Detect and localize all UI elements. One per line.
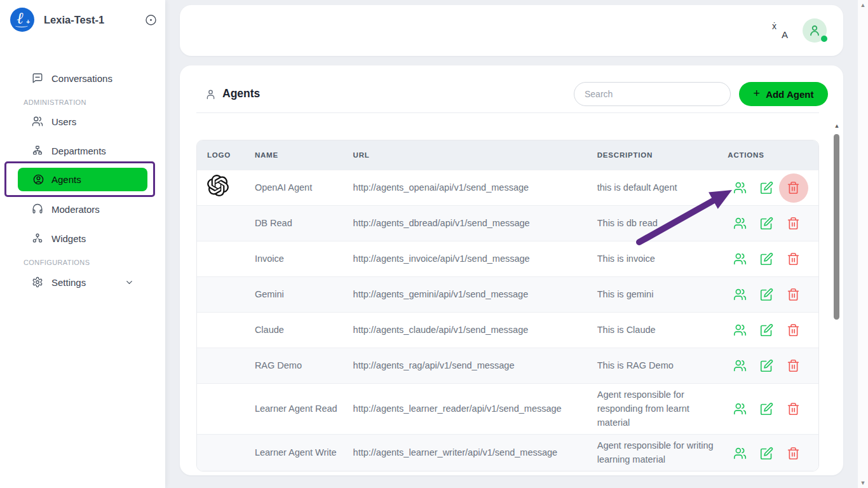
chevron-down-icon[interactable] [125,278,134,287]
table-row: OpenAI Agent http://agents_openai/api/v1… [197,170,818,205]
sidebar-item-agents[interactable]: Agents [18,168,147,191]
delete-agent-button[interactable] [787,252,800,266]
agent-actions-cell [717,355,818,377]
brand: ℓ + Lexia-Test-1 [10,8,158,32]
agent-url-cell: http://agents_gemini/api/v1/send_message [343,283,587,306]
assign-users-icon [733,323,747,337]
edit-icon [760,402,773,416]
assign-users-button[interactable] [733,288,747,301]
column-header-description: DESCRIPTION [587,151,718,159]
sidebar-item-moderators[interactable]: Moderators [0,201,165,217]
assign-users-button[interactable] [733,217,747,230]
brand-logo-wave [15,24,28,27]
gear-icon [32,276,43,288]
page-scroll-up-arrow[interactable]: ▲ [858,2,868,8]
agent-logo-cell [197,248,245,271]
translate-icon[interactable]: ẋ A [772,22,789,39]
delete-agent-button[interactable] [787,359,800,372]
agent-name-cell: Learner Agent Write [245,442,343,464]
sidebar-section-administration: ADMINISTRATION [24,98,86,106]
edit-agent-button[interactable] [760,323,773,337]
assign-users-icon [733,252,747,266]
table-row: Invoice http://agents_invoice/api/v1/sen… [197,241,818,276]
agent-actions-cell [717,442,818,464]
assign-users-button[interactable] [733,359,747,372]
edit-agent-button[interactable] [760,217,773,230]
table-row: Gemini http://agents_gemini/api/v1/send_… [197,276,818,312]
assign-users-icon [733,181,747,194]
edit-agent-button[interactable] [760,288,773,301]
agent-description-cell: this is default Agent [587,177,718,200]
openai-logo [207,175,229,196]
avatar[interactable] [803,18,827,43]
trash-icon [787,181,800,194]
agent-description-cell: This is Claude [587,319,718,342]
brand-logo-icon: ℓ + [10,8,34,32]
agent-description-cell: Agent responsible for responding from le… [587,384,718,434]
delete-agent-button[interactable] [787,288,800,301]
agent-name-cell: DB Read [245,212,343,235]
sidebar-toggle-icon[interactable] [144,13,158,27]
delete-agent-button[interactable] [787,402,800,416]
assign-users-button[interactable] [733,181,747,194]
trash-icon [787,252,800,266]
edit-agent-button[interactable] [760,359,773,372]
agent-name-cell: Invoice [245,248,343,271]
search-input[interactable] [574,82,731,106]
edit-agent-button[interactable] [760,447,773,460]
sidebar-item-settings[interactable]: Settings [0,274,165,290]
delete-agent-button[interactable] [787,323,800,337]
edit-icon [760,288,773,301]
agent-logo-cell [197,442,245,464]
table-body: OpenAI Agent http://agents_openai/api/v1… [197,170,818,471]
assign-users-icon [733,447,747,460]
assign-users-icon [733,359,747,372]
avatar-person-icon [808,24,822,37]
agent-logo-cell [197,212,245,235]
agent-actions-cell [717,212,818,234]
agent-description-cell: This is RAG Demo [587,355,718,377]
delete-agent-button[interactable] [787,217,800,230]
delete-agent-button[interactable] [787,181,800,194]
edit-icon [760,252,773,266]
page-scrollbar[interactable]: ▲ ▼ [858,0,868,488]
agent-name-cell: Learner Agent Read [245,398,343,421]
agent-logo-cell [197,283,245,306]
edit-icon [760,447,773,460]
agent-name-cell: Gemini [245,283,343,306]
sidebar-item-users[interactable]: Users [0,113,165,130]
table-row: Claude http://agents_claude/api/v1/send_… [197,312,818,348]
assign-users-button[interactable] [733,402,747,416]
sidebar-item-label: Settings [51,277,86,288]
agent-description-cell: This is gemini [587,283,718,306]
agent-actions-cell [717,177,818,199]
delete-agent-button[interactable] [787,447,800,460]
agent-actions-cell [717,248,818,270]
sidebar-item-widgets[interactable]: Widgets [0,230,165,247]
sidebar-item-label: Departments [51,146,106,156]
scrollbar-up-arrow[interactable]: ▲ [832,121,842,130]
sidebar-item-conversations[interactable]: Conversations [0,70,165,86]
agent-logo-cell [197,355,245,377]
add-agent-button[interactable]: + Add Agent [739,82,828,106]
assign-users-icon [733,217,747,230]
agents-table: LOGO NAME URL DESCRIPTION ACTIONS OpenAI… [196,140,819,471]
page-title: Agents [222,87,260,100]
sidebar-item-departments[interactable]: Departments [0,142,165,159]
trash-icon [787,402,800,416]
edit-agent-button[interactable] [760,252,773,266]
person-icon [205,88,217,100]
agent-circle-icon [32,173,44,186]
plus-icon: + [754,87,761,100]
agent-logo-cell [197,170,245,205]
scrollbar-thumb[interactable] [834,134,839,320]
agent-name-cell: Claude [245,319,343,342]
chat-icon [32,72,43,84]
page-scroll-down-arrow[interactable]: ▼ [858,480,868,486]
edit-agent-button[interactable] [760,402,773,416]
assign-users-button[interactable] [733,323,747,337]
assign-users-button[interactable] [733,252,747,266]
edit-agent-button[interactable] [760,181,773,194]
assign-users-button[interactable] [733,447,747,460]
topbar: ẋ A [180,5,843,56]
